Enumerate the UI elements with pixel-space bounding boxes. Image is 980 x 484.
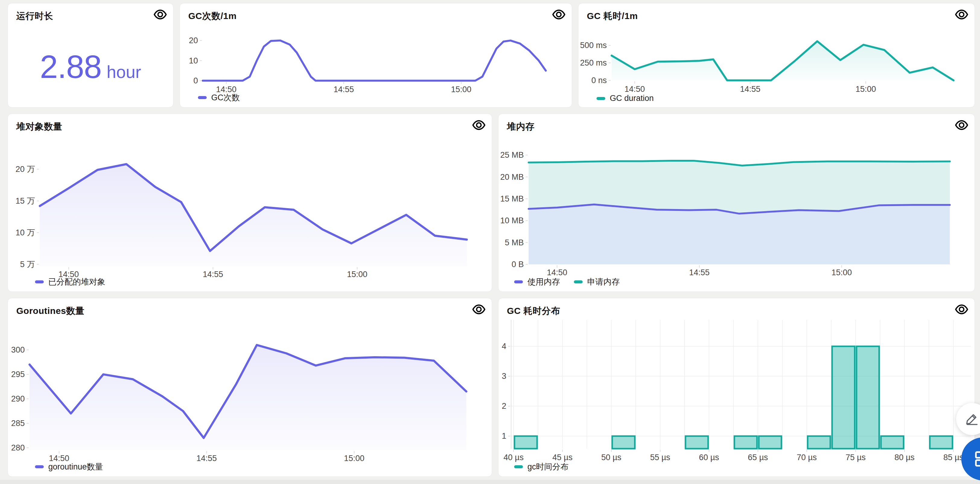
- chart-goroutines[interactable]: 14:5014:5515:00280285290295300: [8, 315, 492, 464]
- legend-swatch: [35, 465, 44, 468]
- chart-heap-memory[interactable]: 14:5014:5515:000 B5 MB10 MB15 MB20 MB25 …: [498, 131, 975, 279]
- svg-text:25 MB: 25 MB: [500, 150, 524, 160]
- grid-icon: [973, 449, 980, 469]
- pencil-icon: [965, 412, 980, 426]
- legend-label: GC duration: [610, 94, 654, 103]
- chart-gc-dist[interactable]: 40 µs45 µs50 µs55 µs60 µs65 µs70 µs75 µs…: [498, 315, 975, 464]
- svg-text:75 µs: 75 µs: [846, 453, 866, 462]
- svg-text:290: 290: [11, 394, 25, 403]
- svg-text:45 µs: 45 µs: [552, 453, 573, 462]
- legend-swatch: [574, 280, 582, 283]
- svg-text:10: 10: [189, 56, 198, 65]
- legend-label: 使用内存: [527, 276, 560, 288]
- chart-heap-objects[interactable]: 14:5014:5515:005 万10 万15 万20 万: [8, 131, 492, 279]
- svg-text:285: 285: [11, 419, 25, 428]
- eye-icon[interactable]: [472, 302, 486, 316]
- legend-item[interactable]: GC duration: [597, 94, 654, 103]
- svg-text:14:50: 14:50: [625, 85, 645, 94]
- svg-text:14:50: 14:50: [547, 268, 568, 277]
- chart-legend: 已分配的堆对象: [8, 276, 105, 288]
- svg-text:15:00: 15:00: [451, 85, 472, 94]
- panel-heap-memory: 堆内存 14:5014:5515:000 B5 MB10 MB15 MB20 M…: [498, 113, 975, 292]
- legend-label: 申请内存: [587, 276, 620, 288]
- svg-text:14:55: 14:55: [196, 454, 217, 463]
- uptime-value: 2.88: [40, 48, 101, 86]
- svg-text:15:00: 15:00: [344, 454, 364, 463]
- legend-swatch: [35, 280, 44, 283]
- svg-text:20 万: 20 万: [15, 165, 35, 174]
- dashboard: 运行时长 2.88 hour GC次数/1m 14:5014:5515:0001…: [0, 0, 980, 484]
- legend-item[interactable]: 已分配的堆对象: [35, 276, 105, 288]
- legend-item[interactable]: 使用内存: [514, 276, 560, 288]
- legend-item[interactable]: GC次数: [198, 92, 240, 103]
- legend-swatch: [198, 96, 207, 99]
- panel-gc-count: GC次数/1m 14:5014:5515:0001020 GC次数: [180, 3, 572, 107]
- svg-text:15:00: 15:00: [347, 270, 368, 279]
- panel-heap-objects: 堆对象数量 14:5014:5515:005 万10 万15 万20 万 已分配…: [8, 113, 492, 292]
- eye-icon[interactable]: [955, 302, 969, 316]
- svg-text:1: 1: [502, 431, 506, 441]
- svg-text:15 MB: 15 MB: [500, 194, 524, 203]
- chart-legend: GC duration: [578, 94, 654, 103]
- svg-text:80 µs: 80 µs: [894, 453, 915, 462]
- uptime-unit: hour: [107, 62, 141, 82]
- chart-gc-duration[interactable]: 14:5014:5515:000 ns250 ms500 ms: [578, 20, 975, 94]
- svg-text:14:55: 14:55: [203, 270, 223, 279]
- svg-text:15 万: 15 万: [15, 196, 35, 206]
- legend-swatch: [514, 465, 523, 468]
- eye-icon[interactable]: [552, 8, 566, 21]
- uptime-stat: 2.88 hour: [8, 48, 173, 86]
- svg-text:5 MB: 5 MB: [505, 238, 524, 247]
- svg-text:295: 295: [11, 370, 25, 379]
- svg-text:40 µs: 40 µs: [504, 453, 524, 462]
- legend-item[interactable]: gc时间分布: [514, 461, 569, 472]
- svg-text:20 MB: 20 MB: [500, 173, 524, 182]
- panel-gc-dist: GC 耗时分布 40 µs45 µs50 µs55 µs60 µs65 µs70…: [498, 298, 975, 477]
- legend-label: 已分配的堆对象: [48, 276, 105, 288]
- svg-text:65 µs: 65 µs: [748, 453, 768, 462]
- svg-text:500 ms: 500 ms: [580, 41, 607, 50]
- panel-title: 运行时长: [16, 10, 53, 22]
- svg-text:10 MB: 10 MB: [500, 216, 524, 225]
- panel-uptime: 运行时长 2.88 hour: [8, 3, 173, 107]
- svg-text:3: 3: [502, 372, 506, 381]
- svg-text:2: 2: [502, 401, 506, 411]
- legend-swatch: [597, 97, 605, 100]
- legend-item[interactable]: 申请内存: [574, 276, 620, 288]
- eye-icon[interactable]: [472, 118, 486, 132]
- chart-legend: goroutinue数量: [8, 461, 103, 472]
- svg-text:280: 280: [11, 443, 25, 452]
- svg-text:15:00: 15:00: [832, 268, 852, 277]
- svg-text:300: 300: [11, 345, 25, 355]
- page-bottom-strip: [0, 480, 980, 484]
- svg-text:0 ns: 0 ns: [591, 76, 607, 85]
- legend-label: goroutinue数量: [48, 461, 103, 472]
- svg-text:5 万: 5 万: [20, 260, 35, 269]
- svg-text:70 µs: 70 µs: [797, 453, 817, 462]
- svg-text:50 µs: 50 µs: [601, 453, 622, 462]
- svg-text:10 万: 10 万: [15, 228, 35, 237]
- eye-icon[interactable]: [955, 8, 969, 21]
- chart-legend: gc时间分布: [498, 461, 569, 472]
- chart-legend: GC次数: [180, 92, 240, 103]
- svg-text:14:55: 14:55: [689, 268, 710, 277]
- legend-item[interactable]: goroutinue数量: [35, 461, 103, 472]
- svg-text:15:00: 15:00: [856, 85, 876, 94]
- chart-legend: 使用内存申请内存: [498, 276, 620, 288]
- svg-text:0: 0: [193, 76, 198, 85]
- svg-text:20: 20: [189, 36, 198, 45]
- svg-text:60 µs: 60 µs: [699, 453, 719, 462]
- legend-label: GC次数: [211, 92, 240, 103]
- chart-gc-count[interactable]: 14:5014:5515:0001020: [180, 20, 573, 94]
- svg-text:14:55: 14:55: [333, 85, 354, 94]
- svg-text:0 B: 0 B: [511, 260, 524, 269]
- svg-text:14:55: 14:55: [740, 85, 760, 94]
- legend-swatch: [514, 280, 523, 283]
- eye-icon[interactable]: [153, 8, 167, 21]
- eye-icon[interactable]: [955, 118, 969, 132]
- svg-text:4: 4: [502, 342, 506, 351]
- svg-text:250 ms: 250 ms: [580, 58, 607, 67]
- panel-goroutines: Goroutines数量 14:5014:5515:00280285290295…: [8, 298, 492, 477]
- panel-gc-duration: GC 耗时/1m 14:5014:5515:000 ns250 ms500 ms…: [578, 3, 975, 107]
- svg-text:55 µs: 55 µs: [650, 453, 670, 462]
